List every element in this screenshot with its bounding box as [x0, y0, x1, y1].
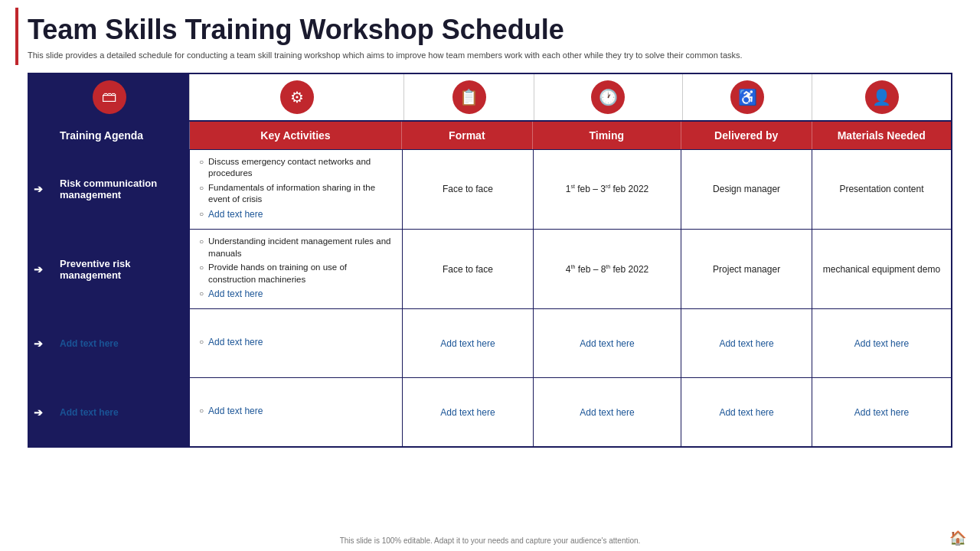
header-row: Training Agenda Key Activities Format Ti…	[29, 122, 951, 149]
delivered-icon-cell: ♿	[683, 74, 812, 120]
header-materials: Materials Needed	[812, 122, 951, 149]
bullet-1-2: ○ Fundamentals of information sharing in…	[199, 182, 393, 206]
timing-cell-2: 4th feb – 8th feb 2022	[534, 230, 682, 308]
header-key-activities: Key Activities	[190, 122, 402, 149]
key-cell-2: ○ Understanding incident management rule…	[190, 230, 403, 308]
agenda-cell-3: ➔ Add text here	[29, 309, 190, 377]
arrow-icon-2: ➔	[34, 263, 43, 276]
materials-cell-4: Add text here	[812, 378, 951, 446]
key-cell-4: ○ Add text here	[190, 378, 403, 446]
arrow-icon-3: ➔	[34, 337, 43, 350]
slide-title: Team Skills Training Workshop Schedule	[28, 14, 965, 45]
header-agenda: Training Agenda	[29, 122, 190, 149]
format-cell-1: Face to face	[403, 150, 534, 229]
bullet-2-3: ○ Add text here	[199, 288, 263, 300]
materials-cell-3: Add text here	[812, 309, 951, 377]
header-timing: Timing	[533, 122, 681, 149]
timing-cell-3: Add text here	[534, 309, 682, 377]
materials-icon: 👤	[865, 80, 899, 114]
key-activities-icon: ⚙	[280, 80, 314, 114]
materials-icon-cell: 👤	[812, 74, 951, 120]
materials-cell-1: Presentation content	[812, 150, 951, 229]
agenda-icon-cell: 🗃	[29, 74, 190, 120]
format-icon-cell: 📋	[404, 74, 534, 120]
bullet-2-1: ○ Understanding incident management rule…	[199, 236, 393, 259]
table-row: ➔ Risk communication management ○ Discus…	[29, 149, 951, 229]
agenda-icon: 🗃	[93, 80, 126, 114]
key-activities-icon-cell: ⚙	[190, 74, 404, 120]
bullet-1-3: ○ Add text here	[199, 208, 263, 220]
timing-icon: 🕐	[591, 80, 625, 114]
house-icon: 🏠	[949, 530, 966, 546]
bullet-2-2: ○ Provide hands on training on use of co…	[199, 262, 393, 285]
delivered-cell-2: Project manager	[681, 230, 812, 308]
header-delivered: Delivered by	[681, 122, 812, 149]
timing-icon-cell: 🕐	[534, 74, 683, 120]
agenda-cell-2: ➔ Preventive risk management	[29, 230, 190, 308]
arrow-icon-4: ➔	[34, 406, 43, 419]
schedule-table: 🗃 ⚙ 📋 🕐 ♿ 👤 Training Agenda	[28, 73, 952, 448]
format-icon: 📋	[452, 80, 486, 114]
key-cell-1: ○ Discuss emergency contact networks and…	[190, 150, 403, 229]
slide-subtitle: This slide provides a detailed schedule …	[28, 50, 965, 61]
key-cell-3: ○ Add text here	[190, 309, 403, 377]
slide: Team Skills Training Workshop Schedule T…	[0, 0, 980, 551]
agenda-cell-1: ➔ Risk communication management	[29, 150, 190, 229]
delivered-cell-1: Design manager	[681, 150, 812, 229]
table-row: ➔ Add text here ○ Add text here Add text…	[29, 377, 951, 446]
arrow-icon-1: ➔	[34, 183, 43, 195]
timing-cell-4: Add text here	[534, 378, 682, 446]
format-cell-3: Add text here	[403, 309, 534, 377]
bullet-1-1: ○ Discuss emergency contact networks and…	[199, 156, 393, 180]
format-cell-2: Face to face	[403, 230, 534, 308]
icon-row: 🗃 ⚙ 📋 🕐 ♿ 👤	[29, 74, 951, 122]
footer-text: This slide is 100% editable. Adapt it to…	[0, 536, 980, 545]
header-format: Format	[402, 122, 533, 149]
timing-cell-1: 1st feb – 3rd feb 2022	[534, 150, 682, 229]
red-accent-bar	[15, 8, 18, 65]
materials-cell-2: mechanical equipment demo	[812, 230, 951, 308]
delivered-cell-4: Add text here	[681, 378, 812, 446]
format-cell-4: Add text here	[403, 378, 534, 446]
table-row: ➔ Add text here ○ Add text here Add text…	[29, 308, 951, 377]
bullet-3-1: ○ Add text here	[199, 336, 263, 348]
bullet-4-1: ○ Add text here	[199, 405, 263, 417]
delivered-cell-3: Add text here	[681, 309, 812, 377]
delivered-icon: ♿	[730, 80, 764, 114]
agenda-cell-4: ➔ Add text here	[29, 378, 190, 446]
table-row: ➔ Preventive risk management ○ Understan…	[29, 229, 951, 308]
